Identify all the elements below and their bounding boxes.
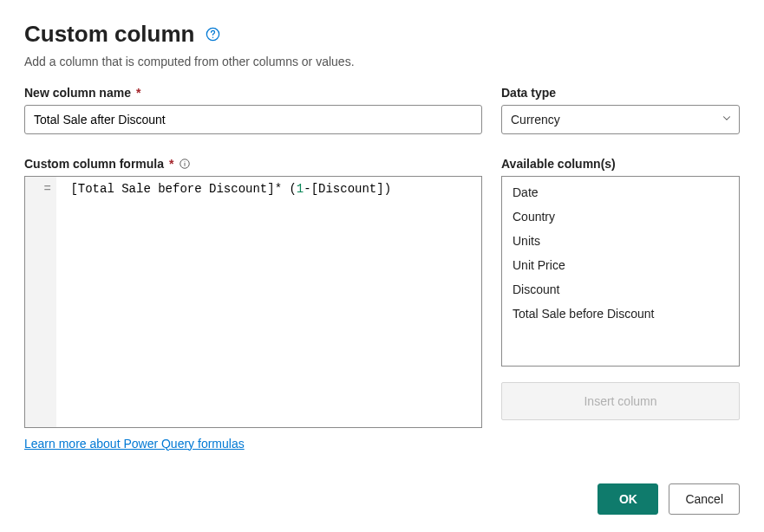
- available-columns-label: Available column(s): [501, 157, 740, 171]
- cancel-button[interactable]: Cancel: [669, 483, 740, 515]
- column-name-input[interactable]: [24, 105, 482, 134]
- required-asterisk: *: [169, 157, 173, 171]
- ok-button[interactable]: OK: [597, 483, 658, 515]
- svg-point-1: [212, 37, 213, 38]
- available-column-item[interactable]: Discount: [502, 277, 739, 302]
- required-asterisk: *: [136, 86, 140, 100]
- learn-more-row: Learn more about Power Query formulas: [24, 437, 482, 457]
- dialog-title: Custom column: [24, 21, 194, 48]
- formula-label: Custom column formula *: [24, 157, 482, 171]
- svg-point-4: [185, 161, 186, 162]
- available-column-item[interactable]: Date: [502, 180, 739, 204]
- dialog-subtitle: Add a column that is computed from other…: [24, 55, 740, 68]
- formula-field: Custom column formula * = [Total Sale be…: [24, 157, 482, 427]
- formula-code[interactable]: [Total Sale before Discount]* (1-[Discou…: [56, 177, 481, 426]
- data-type-label: Data type: [501, 86, 740, 100]
- available-column-item[interactable]: Units: [502, 229, 739, 253]
- data-type-field: Data type Currency: [501, 86, 740, 141]
- dialog-footer: OK Cancel: [24, 483, 740, 515]
- available-column-item[interactable]: Total Sale before Discount: [502, 302, 739, 326]
- info-icon[interactable]: [179, 158, 191, 170]
- available-column-item[interactable]: Unit Price: [502, 253, 739, 277]
- available-columns-list: Date Country Units Unit Price Discount T…: [501, 176, 740, 367]
- custom-column-dialog: Custom column Add a column that is compu…: [0, 0, 764, 532]
- column-name-field: New column name *: [24, 86, 482, 141]
- available-columns-field: Available column(s) Date Country Units U…: [501, 157, 740, 427]
- help-icon[interactable]: [205, 26, 221, 42]
- formula-editor[interactable]: = [Total Sale before Discount]* (1-[Disc…: [24, 176, 482, 427]
- formula-gutter: =: [25, 177, 56, 426]
- available-column-item[interactable]: Country: [502, 204, 739, 229]
- insert-column-button: Insert column: [501, 382, 740, 420]
- dialog-header: Custom column: [24, 21, 740, 48]
- data-type-select[interactable]: Currency: [501, 105, 740, 134]
- column-name-label: New column name *: [24, 86, 482, 100]
- learn-more-link[interactable]: Learn more about Power Query formulas: [24, 437, 245, 451]
